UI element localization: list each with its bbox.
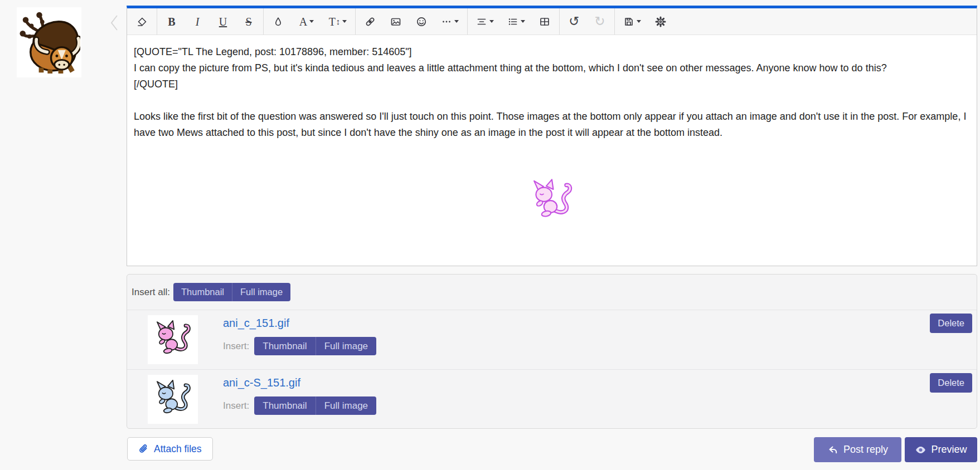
attachment-info: ani_c_151.gif Insert: Thumbnail Full ima… [223, 315, 376, 365]
insert-image-button[interactable] [383, 8, 409, 35]
insert-row: Insert: Thumbnail Full image [223, 337, 376, 355]
list-button[interactable] [501, 8, 532, 35]
underline-label: U [219, 16, 227, 27]
underline-button[interactable]: U [210, 8, 236, 35]
insert-buttons: Thumbnail Full image [254, 396, 376, 415]
attachment-filename-link[interactable]: ani_c-S_151.gif [223, 376, 300, 389]
italic-label: I [196, 16, 200, 27]
floppy-drafts-icon [623, 16, 634, 27]
attachment-thumbnail [148, 315, 198, 364]
reply-text: Looks like the first bit of the question… [134, 109, 970, 141]
align-center-icon [476, 16, 487, 27]
message-pointer-chevron-icon [110, 14, 118, 31]
mew-sprite-image[interactable] [528, 178, 575, 224]
attachment-row: ani_c-S_151.gif Insert: Thumbnail Full i… [127, 369, 977, 429]
insert-all-row: Insert all: Thumbnail Full image [127, 275, 977, 310]
attach-files-button[interactable]: Attach files [127, 437, 213, 461]
redo-button: ↻ [587, 8, 613, 35]
link-icon [365, 16, 376, 27]
font-size-button[interactable]: T ↕ [322, 8, 353, 35]
chevron-down-icon [454, 20, 459, 23]
smilies-button[interactable] [409, 8, 434, 35]
chevron-down-icon [342, 20, 347, 23]
chevron-down-icon [309, 20, 314, 23]
insert-buttons: Thumbnail Full image [254, 337, 376, 355]
italic-button[interactable]: I [185, 8, 210, 35]
insert-thumbnail-button[interactable]: Thumbnail [254, 337, 315, 355]
insert-all-thumbnail-button[interactable]: Thumbnail [173, 283, 232, 301]
insert-label: Insert: [223, 400, 249, 412]
remove-format-button[interactable] [129, 8, 155, 35]
font-size-label: T [329, 16, 336, 27]
insert-all-buttons: Thumbnail Full image [173, 283, 290, 301]
strikethrough-label: S [245, 16, 251, 27]
toolbar-divider [157, 8, 157, 35]
tauros-sprite-image [18, 11, 80, 74]
eye-icon [915, 444, 926, 456]
post-editor: B I U S A T ↕ [127, 6, 977, 266]
preview-label: Preview [931, 444, 967, 456]
delete-attachment-button[interactable]: Delete [930, 314, 972, 333]
chevron-down-icon [521, 20, 525, 23]
bold-label: B [168, 16, 175, 27]
attachment-row: ani_c_151.gif Insert: Thumbnail Full ima… [127, 310, 977, 369]
mew-shiny-blue-sprite-image [152, 379, 193, 420]
delete-attachment-button[interactable]: Delete [930, 373, 972, 393]
alignment-button[interactable] [469, 8, 501, 35]
editor-settings-button[interactable] [648, 8, 673, 35]
list-icon [507, 16, 518, 27]
paperclip-icon [138, 444, 149, 454]
post-reply-label: Post reply [843, 444, 888, 456]
inline-image-row [134, 178, 970, 224]
insert-all-label: Insert all: [132, 287, 170, 298]
toolbar-divider [355, 8, 356, 35]
quote-close-line: [/QUOTE] [134, 76, 970, 92]
attachment-info: ani_c-S_151.gif Insert: Thumbnail Full i… [223, 374, 376, 424]
updown-arrows-icon: ↕ [336, 17, 341, 26]
insert-row: Insert: Thumbnail Full image [223, 396, 376, 415]
reply-arrow-icon [827, 444, 838, 456]
more-options-button[interactable] [434, 8, 465, 35]
insert-all-full-image-button[interactable]: Full image [232, 283, 290, 301]
chevron-down-icon [489, 20, 494, 23]
blank-line [134, 92, 970, 109]
quote-body-text: I can copy the picture from PS, but it's… [134, 60, 970, 76]
eraser-icon [137, 16, 148, 27]
droplet-icon [273, 16, 284, 27]
drafts-button[interactable] [617, 8, 648, 35]
toolbar-divider [614, 8, 615, 35]
insert-label: Insert: [223, 341, 249, 352]
mew-pink-sprite-image [152, 319, 193, 360]
toolbar-divider [263, 8, 264, 35]
insert-table-button[interactable] [532, 8, 557, 35]
attachments-panel: Insert all: Thumbnail Full image ani_c_1… [127, 274, 977, 429]
post-reply-button[interactable]: Post reply [814, 437, 901, 462]
editor-toolbar: B I U S A T ↕ [127, 8, 977, 35]
chevron-down-icon [637, 20, 641, 23]
gear-icon [655, 16, 666, 27]
insert-full-image-button[interactable]: Full image [316, 337, 376, 355]
text-color-button[interactable] [265, 8, 291, 35]
redo-icon: ↻ [594, 15, 605, 28]
editor-content[interactable]: [QUOTE="TL The Legend, post: 10178896, m… [127, 35, 977, 224]
image-icon [390, 16, 401, 27]
undo-button[interactable]: ↺ [561, 8, 587, 35]
toolbar-divider [559, 8, 560, 35]
toolbar-divider [467, 8, 468, 35]
avatar[interactable] [17, 7, 81, 77]
insert-thumbnail-button[interactable]: Thumbnail [254, 396, 315, 415]
smiley-icon [416, 16, 427, 27]
quote-open-line: [QUOTE="TL The Legend, post: 10178896, m… [134, 44, 970, 60]
attach-files-label: Attach files [154, 443, 202, 455]
attachment-filename-link[interactable]: ani_c_151.gif [223, 317, 289, 330]
attachment-thumbnail [148, 375, 198, 424]
preview-button[interactable]: Preview [905, 437, 977, 462]
bold-button[interactable]: B [159, 8, 185, 35]
font-family-button[interactable]: A [291, 8, 322, 35]
undo-icon: ↺ [569, 15, 579, 28]
insert-full-image-button[interactable]: Full image [316, 396, 376, 415]
strikethrough-button[interactable]: S [236, 8, 261, 35]
ellipsis-icon [441, 16, 452, 27]
table-icon [539, 16, 550, 27]
insert-link-button[interactable] [357, 8, 383, 35]
